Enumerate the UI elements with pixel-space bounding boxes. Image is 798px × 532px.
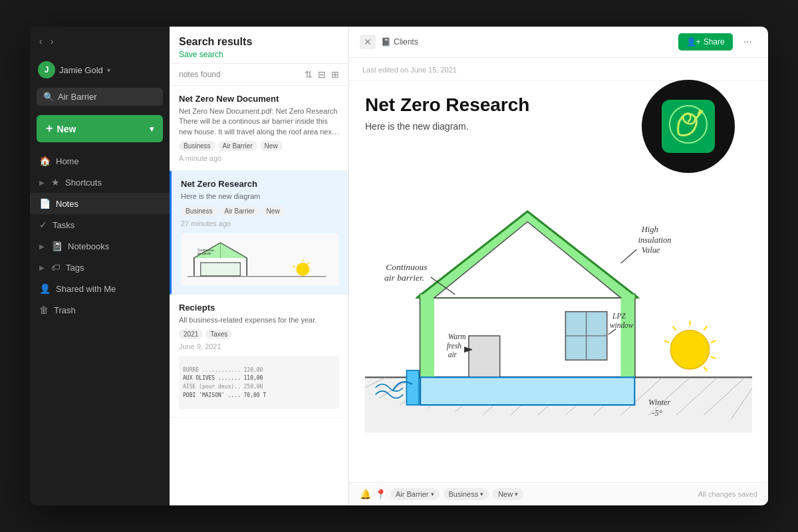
svg-text:Warm: Warm <box>448 332 466 340</box>
sidebar-item-notebooks-label: Notebooks <box>68 241 109 251</box>
tag-2021[interactable]: 2021 <box>179 329 203 339</box>
receipt-preview: BURRE ............ 120,00 AUX OLIVES ...… <box>179 362 339 403</box>
tag-business-2[interactable]: Business <box>181 206 217 216</box>
svg-point-4 <box>297 263 310 276</box>
tags-icon: 🏷 <box>51 262 61 273</box>
result-tags-3: 2021 Taxes <box>179 329 339 339</box>
sidebar-item-notebooks[interactable]: ▶ 📓 Notebooks <box>30 235 170 257</box>
username-label: Jamie Gold <box>59 65 103 75</box>
result-title-3: Reciepts <box>179 303 339 313</box>
sidebar-item-tasks[interactable]: ✓ Tasks <box>30 214 170 235</box>
tag-new-2[interactable]: New <box>262 206 285 216</box>
tag-business-1[interactable]: Business <box>179 141 215 151</box>
search-input[interactable] <box>58 92 156 102</box>
user-chevron-icon: ▾ <box>107 66 110 74</box>
result-excerpt-3: All business-related expenses for the ye… <box>179 315 339 325</box>
footer-tag-business-label: Business <box>449 490 479 498</box>
result-item-2[interactable]: Net Zero Research Here is the new diagra… <box>170 171 348 294</box>
footer-left: 🔔 📍 Air Barrier ▾ Business ▾ New ▾ <box>360 488 523 500</box>
tag-airbarrier-1[interactable]: Air Barrier <box>218 141 257 151</box>
save-search-link[interactable]: Save search <box>179 50 339 59</box>
tag-airbarrier-2[interactable]: Air Barrier <box>220 206 259 216</box>
trash-icon: 🗑 <box>39 305 49 315</box>
home-icon: 🏠 <box>39 156 51 166</box>
results-list: Net Zero New Document Net Zero New Docum… <box>170 86 348 505</box>
svg-rect-37 <box>469 336 500 377</box>
svg-rect-31 <box>420 295 434 378</box>
svg-text:Value: Value <box>642 245 660 255</box>
share-label: Share <box>704 37 725 47</box>
more-options-button[interactable]: ··· <box>738 33 757 51</box>
close-button[interactable]: ✕ <box>360 35 376 49</box>
evernote-logo-overlay <box>642 80 735 173</box>
note-diagram: Continuous air barrier. High insulation … <box>365 142 752 433</box>
svg-text:Winter: Winter <box>648 398 670 407</box>
user-row[interactable]: J Jamie Gold ▾ <box>30 56 170 84</box>
result-tags-2: Business Air Barrier New <box>181 206 339 216</box>
sidebar-item-shortcuts[interactable]: ▶ ★ Shortcuts <box>30 172 170 193</box>
results-panel: Search results Save search notes found ⇅… <box>170 27 349 505</box>
svg-rect-38 <box>420 377 634 405</box>
svg-text:Continuous: Continuous <box>386 262 427 272</box>
footer-tag-business-chevron: ▾ <box>480 491 483 497</box>
shortcuts-expand-icon: ▶ <box>39 179 45 186</box>
layout-icon[interactable]: ⊞ <box>331 69 339 80</box>
sidebar-item-notes[interactable]: 📄 Notes <box>30 193 170 214</box>
tag-new-1[interactable]: New <box>260 141 283 151</box>
result-time-3: June 9, 2021 <box>179 342 339 350</box>
svg-rect-63 <box>406 370 419 405</box>
new-plus-icon: + <box>46 122 53 136</box>
nav-back-button[interactable]: ‹ <box>37 35 45 48</box>
svg-rect-3 <box>201 263 241 276</box>
sidebar-item-tags-label: Tags <box>66 263 84 273</box>
shared-icon: 👤 <box>39 283 51 294</box>
svg-text:window: window <box>610 321 634 329</box>
footer-tag-new[interactable]: New ▾ <box>493 488 523 500</box>
sidebar-item-tags[interactable]: ▶ 🏷 Tags <box>30 257 170 278</box>
result-time-1: A minute ago <box>179 154 339 162</box>
sidebar-item-shared-label: Shared with Me <box>56 284 116 294</box>
result-tags-1: Business Air Barrier New <box>179 141 339 151</box>
results-toolbar: notes found ⇅ ⊟ ⊞ <box>170 64 348 86</box>
result-title-2: Net Zero Research <box>181 179 339 189</box>
result-time-2: 27 minutes ago <box>181 219 339 227</box>
sidebar-item-home[interactable]: 🏠 Home <box>30 150 170 172</box>
footer-tag-new-chevron: ▾ <box>515 491 518 497</box>
sidebar-item-shared[interactable]: 👤 Shared with Me <box>30 278 170 299</box>
note-toolbar-left: ✕ 📓 Clients <box>360 35 418 49</box>
notes-icon: 📄 <box>39 198 51 209</box>
sort-icon[interactable]: ⇅ <box>305 69 313 80</box>
result-item-1[interactable]: Net Zero New Document Net Zero New Docum… <box>170 86 348 171</box>
note-toolbar: ✕ 📓 Clients 👤+ Share ··· <box>349 27 768 58</box>
results-header: Search results Save search <box>170 27 348 64</box>
tags-expand-icon: ▶ <box>39 264 45 271</box>
evernote-logo <box>658 96 718 156</box>
new-button[interactable]: + New ▾ <box>37 115 163 142</box>
footer-tags: Air Barrier ▾ Business ▾ New ▾ <box>390 488 523 500</box>
breadcrumb-label: Clients <box>394 37 418 47</box>
shortcuts-icon: ★ <box>51 177 60 188</box>
new-button-label: New <box>57 124 76 134</box>
search-icon: 🔍 <box>43 92 54 102</box>
footer-tag-airbarrier[interactable]: Air Barrier ▾ <box>390 488 440 500</box>
result-thumbnail-3: BURRE ............ 120,00 AUX OLIVES ...… <box>179 356 339 409</box>
notebooks-icon: 📓 <box>51 241 63 251</box>
sidebar-item-trash-label: Trash <box>54 305 76 315</box>
note-footer: 🔔 📍 Air Barrier ▾ Business ▾ New ▾ <box>349 482 768 505</box>
filter-icon[interactable]: ⊟ <box>318 69 326 80</box>
footer-tag-business[interactable]: Business ▾ <box>444 488 489 500</box>
new-chevron-icon: ▾ <box>150 124 154 134</box>
location-icon[interactable]: 📍 <box>375 489 386 499</box>
sidebar-header: ‹ › <box>30 27 170 56</box>
nav-forward-button[interactable]: › <box>48 35 57 48</box>
sidebar-item-trash[interactable]: 🗑 Trash <box>30 299 170 321</box>
footer-tag-airbarrier-label: Air Barrier <box>396 490 429 498</box>
tag-taxes[interactable]: Taxes <box>205 329 232 339</box>
all-changes-saved: All changes saved <box>698 490 757 498</box>
search-bar[interactable]: 🔍 <box>37 88 163 106</box>
result-item-3[interactable]: Reciepts All business-related expenses f… <box>170 295 348 418</box>
breadcrumb[interactable]: 📓 Clients <box>381 37 418 47</box>
share-button[interactable]: 👤+ Share <box>678 33 733 51</box>
share-icon: 👤+ <box>686 37 701 47</box>
bell-icon[interactable]: 🔔 <box>360 489 371 499</box>
